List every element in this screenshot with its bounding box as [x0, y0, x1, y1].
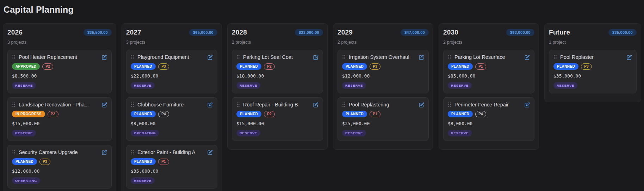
project-amount: $35,000.00 [553, 73, 632, 79]
card-title-row: Pool Replastering [342, 102, 424, 107]
project-amount: $8,500.00 [12, 73, 107, 79]
drag-handle-icon[interactable] [131, 55, 134, 60]
card-title-row: Pool Replaster [553, 54, 632, 60]
column-total-badge: $35,000.00 [608, 29, 637, 36]
badge-row: APPROVED P2 [12, 63, 107, 70]
fund-source-badge: RESERVE [448, 82, 472, 89]
column-header: 2030 $93,000.00 [443, 29, 534, 36]
year-column-2026: 2026 $35,500.00 3 projects Pool Heater R… [3, 23, 116, 191]
project-card[interactable]: Irrigation System Overhaul PLANNED P3 $1… [338, 50, 429, 93]
edit-icon[interactable] [102, 55, 107, 60]
project-amount: $15,000.00 [236, 121, 318, 126]
column-year-label: 2029 [338, 29, 353, 36]
drag-handle-icon[interactable] [131, 102, 134, 107]
column-total-badge: $35,500.00 [83, 29, 112, 36]
column-year-label: 2028 [232, 29, 247, 36]
column-project-count: 2 projects [338, 40, 429, 45]
edit-icon[interactable] [419, 55, 424, 60]
project-card[interactable]: Pool Replastering PLANNED P1 $35,000.00 … [338, 97, 429, 141]
drag-handle-icon[interactable] [553, 55, 557, 60]
drag-handle-icon[interactable] [12, 55, 16, 60]
column-year-label: Future [549, 29, 570, 36]
fund-source-badge: RESERVE [12, 130, 36, 136]
drag-handle-icon[interactable] [236, 102, 240, 107]
column-total-badge: $33,000.00 [295, 29, 323, 36]
priority-badge: P1 [370, 111, 380, 117]
priority-badge: P2 [264, 63, 275, 70]
drag-handle-icon[interactable] [342, 102, 346, 107]
column-total-badge: $65,000.00 [189, 29, 217, 36]
status-badge: PLANNED [131, 158, 156, 165]
year-column-2029: 2029 $47,000.00 2 projects Irrigation Sy… [333, 23, 433, 150]
column-year-label: 2030 [443, 29, 458, 36]
year-column-2027: 2027 $65,000.00 3 projects Playground Eq… [122, 23, 222, 191]
edit-icon[interactable] [525, 102, 530, 107]
status-badge: PLANNED [12, 158, 37, 165]
project-name: Clubhouse Furniture [137, 102, 204, 107]
project-card[interactable]: Pool Replaster PLANNED P3 $35,000.00 RES… [549, 50, 637, 93]
project-card[interactable]: Exterior Paint - Building A PLANNED P1 $… [126, 145, 217, 189]
priority-badge: P3 [158, 63, 169, 70]
edit-icon[interactable] [313, 55, 318, 60]
drag-handle-icon[interactable] [131, 150, 134, 155]
fund-source-badge: RESERVE [342, 82, 366, 89]
status-badge: IN PROGRESS [12, 111, 45, 117]
card-title-row: Exterior Paint - Building A [131, 149, 213, 155]
project-card[interactable]: Parking Lot Seal Coat PLANNED P2 $18,000… [232, 50, 323, 93]
year-column-future: Future $35,000.00 1 project Pool Replast… [544, 23, 641, 102]
badge-row: PLANNED P3 [12, 158, 107, 165]
priority-badge: P3 [370, 63, 380, 70]
edit-icon[interactable] [208, 102, 213, 107]
column-project-count: 1 project [549, 40, 637, 45]
status-badge: PLANNED [342, 111, 367, 117]
status-badge: PLANNED [131, 111, 156, 117]
card-list: Parking Lot Seal Coat PLANNED P2 $18,000… [232, 50, 323, 141]
project-amount: $15,000.00 [12, 121, 107, 126]
card-title-row: Roof Repair - Building B [236, 102, 318, 107]
project-card[interactable]: Landscape Renovation - Pha... IN PROGRES… [7, 97, 112, 141]
badge-row: PLANNED P2 [236, 63, 318, 70]
project-card[interactable]: Clubhouse Furniture PLANNED P4 $8,000.00… [126, 97, 217, 141]
edit-icon[interactable] [102, 150, 107, 155]
project-card[interactable]: Roof Repair - Building B PLANNED P2 $15,… [232, 97, 323, 141]
page-title: Capital Planning [4, 5, 644, 15]
edit-icon[interactable] [525, 55, 530, 60]
status-badge: PLANNED [131, 63, 156, 70]
edit-icon[interactable] [627, 55, 632, 60]
drag-handle-icon[interactable] [12, 150, 16, 155]
fund-source-badge: OPERATING [131, 130, 159, 136]
drag-handle-icon[interactable] [12, 102, 16, 107]
edit-icon[interactable] [102, 102, 107, 107]
fund-source-badge: RESERVE [553, 82, 577, 89]
project-name: Playground Equipment [137, 54, 204, 60]
badge-row: PLANNED P3 [342, 63, 424, 70]
drag-handle-icon[interactable] [448, 102, 451, 107]
card-title-row: Security Camera Upgrade [12, 149, 107, 155]
badge-row: PLANNED P1 [342, 111, 424, 117]
project-name: Parking Lot Resurface [454, 54, 521, 60]
card-list: Pool Heater Replacement APPROVED P2 $8,5… [7, 50, 112, 189]
drag-handle-icon[interactable] [236, 55, 240, 60]
card-list: Pool Replaster PLANNED P3 $35,000.00 RES… [549, 50, 637, 93]
edit-icon[interactable] [313, 102, 318, 107]
card-title-row: Landscape Renovation - Pha... [12, 102, 107, 107]
edit-icon[interactable] [208, 150, 213, 155]
project-card[interactable]: Parking Lot Resurface PLANNED P1 $85,000… [443, 50, 534, 93]
drag-handle-icon[interactable] [342, 55, 346, 60]
edit-icon[interactable] [208, 55, 213, 60]
badge-row: PLANNED P4 [131, 111, 213, 117]
drag-handle-icon[interactable] [448, 55, 451, 60]
card-title-row: Parking Lot Seal Coat [236, 54, 318, 60]
badge-row: IN PROGRESS P2 [12, 111, 107, 117]
project-card[interactable]: Pool Heater Replacement APPROVED P2 $8,5… [7, 50, 112, 93]
project-card[interactable]: Perimeter Fence Repair PLANNED P4 $8,000… [443, 97, 534, 141]
year-column-2028: 2028 $33,000.00 2 projects Parking Lot S… [227, 23, 328, 150]
priority-badge: P2 [264, 111, 275, 117]
priority-badge: P3 [39, 159, 50, 165]
edit-icon[interactable] [419, 102, 424, 107]
project-card[interactable]: Security Camera Upgrade PLANNED P3 $12,0… [7, 145, 112, 189]
fund-source-badge: RESERVE [342, 130, 366, 136]
card-title-row: Playground Equipment [131, 54, 213, 60]
project-card[interactable]: Playground Equipment PLANNED P3 $22,000.… [126, 50, 217, 93]
project-name: Pool Replastering [349, 102, 416, 107]
